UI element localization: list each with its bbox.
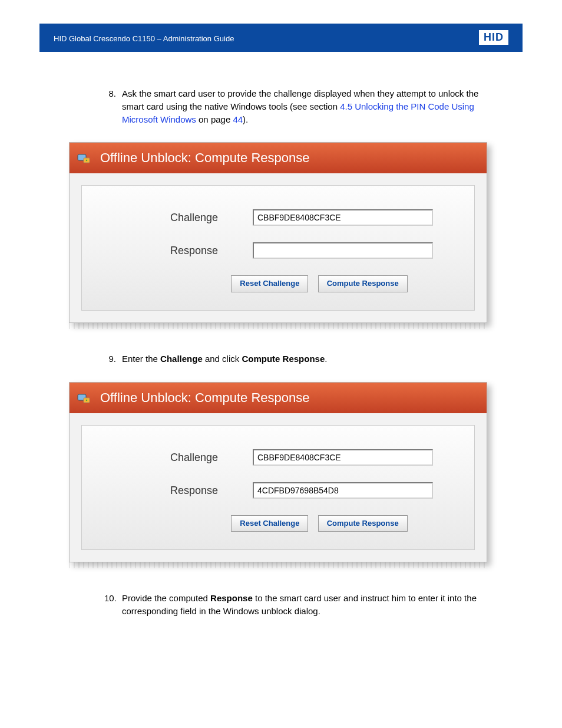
step-body: Enter the Challenge and click Compute Re…	[122, 353, 493, 365]
step-number: 8.	[104, 87, 122, 126]
hid-logo: HID	[479, 30, 508, 45]
step-body: Provide the computed Response to the sma…	[122, 592, 493, 618]
compute-response-button[interactable]: Compute Response	[318, 515, 408, 532]
svg-point-2	[86, 160, 88, 162]
panel-title: Offline Unblock: Compute Response	[100, 388, 309, 407]
svg-point-5	[86, 399, 88, 401]
response-input[interactable]	[253, 482, 433, 499]
panel-body: Challenge Response Reset Challenge Compu…	[81, 185, 475, 311]
torn-edge	[69, 323, 487, 329]
page-content: 8. Ask the smart card user to provide th…	[39, 52, 523, 658]
step-10: 10. Provide the computed Response to the…	[69, 592, 493, 618]
step-number: 10.	[104, 592, 122, 618]
button-row: Reset Challenge Compute Response	[170, 275, 433, 292]
torn-edge	[69, 562, 487, 568]
panel-title: Offline Unblock: Compute Response	[100, 149, 309, 167]
challenge-row: Challenge	[170, 209, 433, 226]
response-input[interactable]	[253, 242, 433, 259]
xref-page-link[interactable]: 44	[233, 114, 243, 124]
reset-challenge-button[interactable]: Reset Challenge	[231, 275, 308, 292]
panel-body: Challenge Response Reset Challenge Compu…	[81, 425, 475, 551]
challenge-label: Challenge	[170, 450, 253, 465]
response-label: Response	[170, 483, 253, 498]
challenge-input[interactable]	[253, 209, 433, 226]
response-label: Response	[170, 243, 253, 258]
offline-unblock-panel: Offline Unblock: Compute Response Challe…	[69, 142, 487, 323]
compute-response-button[interactable]: Compute Response	[318, 275, 408, 292]
header-title: HID Global Crescendo C1150 – Administrat…	[54, 34, 234, 43]
panel-header: Offline Unblock: Compute Response	[70, 383, 487, 413]
response-row: Response	[170, 482, 433, 499]
reset-challenge-button[interactable]: Reset Challenge	[231, 515, 308, 532]
card-unlock-icon	[77, 151, 91, 165]
response-row: Response	[170, 242, 433, 259]
step-number: 9.	[104, 353, 122, 365]
step-body: Ask the smart card user to provide the c…	[122, 87, 493, 126]
page-header: HID Global Crescendo C1150 – Administrat…	[39, 25, 523, 52]
document-page: HID Global Crescendo C1150 – Administrat…	[39, 24, 523, 728]
screenshot-1: Offline Unblock: Compute Response Challe…	[69, 142, 493, 329]
challenge-label: Challenge	[170, 210, 253, 225]
challenge-row: Challenge	[170, 449, 433, 466]
screenshot-2: Offline Unblock: Compute Response Challe…	[69, 382, 493, 569]
card-unlock-icon	[77, 391, 91, 405]
step-8: 8. Ask the smart card user to provide th…	[69, 87, 493, 126]
challenge-input[interactable]	[253, 449, 433, 466]
panel-header: Offline Unblock: Compute Response	[70, 143, 487, 173]
step-9: 9. Enter the Challenge and click Compute…	[69, 353, 493, 365]
button-row: Reset Challenge Compute Response	[170, 515, 433, 532]
offline-unblock-panel: Offline Unblock: Compute Response Challe…	[69, 382, 487, 563]
